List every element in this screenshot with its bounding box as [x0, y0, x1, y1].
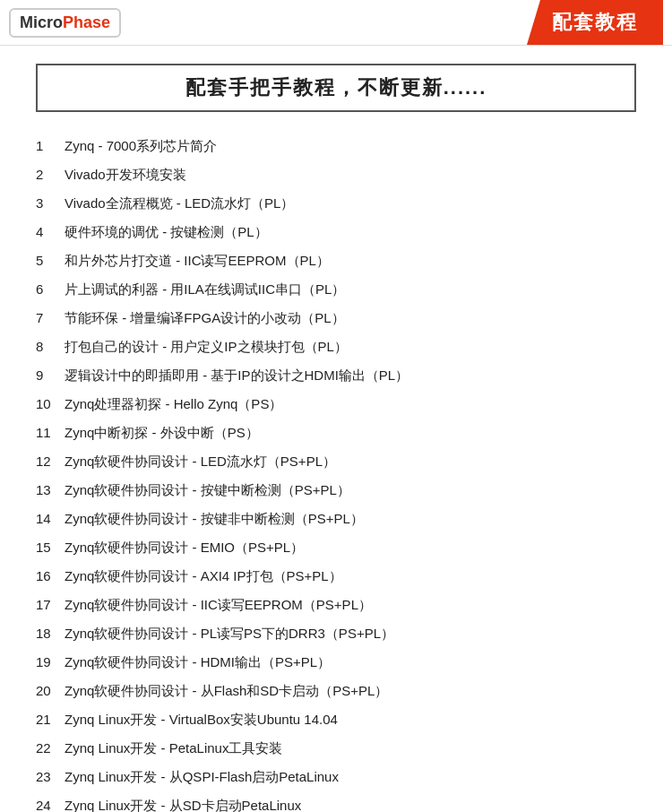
course-title: Zynq Linux开发 - VirtualBox安装Ubuntu 14.04: [65, 709, 636, 730]
list-item: 23Zynq Linux开发 - 从QSPI-Flash启动PetaLinux: [36, 763, 636, 791]
course-number: 18: [36, 623, 65, 644]
list-item: 4硬件环境的调优 - 按键检测（PL）: [36, 218, 636, 246]
list-item: 10Zynq处理器初探 - Hello Zynq（PS）: [36, 390, 636, 419]
course-number: 4: [36, 221, 65, 243]
list-item: 15Zynq软硬件协同设计 - EMIO（PS+PL）: [36, 533, 636, 562]
logo-micro: Micro: [20, 13, 63, 32]
course-number: 13: [36, 479, 65, 501]
course-number: 24: [36, 795, 65, 812]
list-item: 22Zynq Linux开发 - PetaLinux工具安装: [36, 734, 636, 763]
header: MicroPhase 配套教程: [0, 0, 672, 46]
list-item: 2Vivado开发环境安装: [36, 160, 636, 189]
list-item: 19Zynq软硬件协同设计 - HDMI输出（PS+PL）: [36, 648, 636, 677]
course-title: Zynq - 7000系列芯片简介: [65, 135, 636, 157]
course-title: 节能环保 - 增量编译FPGA设计的小改动（PL）: [65, 307, 636, 329]
list-item: 8打包自己的设计 - 用户定义IP之模块打包（PL）: [36, 333, 636, 361]
course-title: Zynq中断初探 - 外设中断（PS）: [65, 422, 636, 444]
course-number: 1: [36, 135, 65, 157]
course-number: 9: [36, 365, 65, 386]
course-number: 17: [36, 594, 65, 616]
course-title: Zynq软硬件协同设计 - IIC读写EEPROM（PS+PL）: [65, 594, 636, 616]
course-number: 19: [36, 652, 65, 673]
logo-box: MicroPhase: [9, 8, 121, 38]
course-title: Zynq Linux开发 - 从SD卡启动PetaLinux: [65, 795, 636, 812]
course-number: 16: [36, 566, 65, 587]
list-item: 12Zynq软硬件协同设计 - LED流水灯（PS+PL）: [36, 447, 636, 476]
main-content: 配套手把手教程，不断更新...... 1Zynq - 7000系列芯片简介2Vi…: [0, 46, 672, 812]
list-item: 20Zynq软硬件协同设计 - 从Flash和SD卡启动（PS+PL）: [36, 677, 636, 705]
course-title: 逻辑设计中的即插即用 - 基于IP的设计之HDMI输出（PL）: [65, 365, 636, 386]
course-title: Zynq处理器初探 - Hello Zynq（PS）: [65, 393, 636, 415]
course-title: Zynq Linux开发 - 从QSPI-Flash启动PetaLinux: [65, 766, 636, 788]
course-title: Zynq软硬件协同设计 - LED流水灯（PS+PL）: [65, 451, 636, 472]
course-number: 5: [36, 250, 65, 272]
course-number: 6: [36, 279, 65, 300]
course-title: Zynq Linux开发 - PetaLinux工具安装: [65, 738, 636, 759]
course-title: Vivado开发环境安装: [65, 164, 636, 186]
list-item: 6片上调试的利器 - 用ILA在线调试IIC串口（PL）: [36, 275, 636, 304]
course-title: 和片外芯片打交道 - IIC读写EEPROM（PL）: [65, 250, 636, 272]
course-number: 7: [36, 307, 65, 329]
list-item: 11Zynq中断初探 - 外设中断（PS）: [36, 419, 636, 447]
list-item: 17Zynq软硬件协同设计 - IIC读写EEPROM（PS+PL）: [36, 591, 636, 619]
course-number: 12: [36, 451, 65, 472]
header-title: 配套教程: [552, 9, 638, 36]
list-item: 18Zynq软硬件协同设计 - PL读写PS下的DRR3（PS+PL）: [36, 619, 636, 648]
course-title: Zynq软硬件协同设计 - 从Flash和SD卡启动（PS+PL）: [65, 680, 636, 702]
course-number: 14: [36, 508, 65, 530]
course-number: 8: [36, 336, 65, 358]
course-title: 打包自己的设计 - 用户定义IP之模块打包（PL）: [65, 336, 636, 358]
course-title: Zynq软硬件协同设计 - EMIO（PS+PL）: [65, 537, 636, 558]
course-title: Zynq软硬件协同设计 - AXI4 IP打包（PS+PL）: [65, 566, 636, 587]
header-title-area: 配套教程: [527, 0, 663, 45]
course-number: 3: [36, 193, 65, 214]
course-number: 2: [36, 164, 65, 186]
course-number: 11: [36, 422, 65, 444]
course-title: Zynq软硬件协同设计 - HDMI输出（PS+PL）: [65, 652, 636, 673]
list-item: 3Vivado全流程概览 - LED流水灯（PL）: [36, 189, 636, 218]
subtitle-banner: 配套手把手教程，不断更新......: [36, 64, 636, 112]
list-item: 7节能环保 - 增量编译FPGA设计的小改动（PL）: [36, 304, 636, 333]
course-number: 10: [36, 393, 65, 415]
list-item: 5和片外芯片打交道 - IIC读写EEPROM（PL）: [36, 246, 636, 275]
list-item: 16Zynq软硬件协同设计 - AXI4 IP打包（PS+PL）: [36, 562, 636, 591]
logo-area: MicroPhase: [9, 0, 121, 45]
course-title: Vivado全流程概览 - LED流水灯（PL）: [65, 193, 636, 214]
list-item: 9逻辑设计中的即插即用 - 基于IP的设计之HDMI输出（PL）: [36, 361, 636, 390]
course-number: 21: [36, 709, 65, 730]
course-number: 23: [36, 766, 65, 788]
list-item: 24Zynq Linux开发 - 从SD卡启动PetaLinux: [36, 791, 636, 812]
course-list: 1Zynq - 7000系列芯片简介2Vivado开发环境安装3Vivado全流…: [36, 132, 636, 812]
list-item: 14Zynq软硬件协同设计 - 按键非中断检测（PS+PL）: [36, 505, 636, 533]
logo-phase: Phase: [63, 13, 110, 32]
course-number: 20: [36, 680, 65, 702]
course-number: 22: [36, 738, 65, 759]
list-item: 21Zynq Linux开发 - VirtualBox安装Ubuntu 14.0…: [36, 705, 636, 734]
course-title: 片上调试的利器 - 用ILA在线调试IIC串口（PL）: [65, 279, 636, 300]
course-title: Zynq软硬件协同设计 - 按键非中断检测（PS+PL）: [65, 508, 636, 530]
course-title: Zynq软硬件协同设计 - PL读写PS下的DRR3（PS+PL）: [65, 623, 636, 644]
list-item: 1Zynq - 7000系列芯片简介: [36, 132, 636, 160]
subtitle-text: 配套手把手教程，不断更新......: [185, 76, 487, 99]
course-title: 硬件环境的调优 - 按键检测（PL）: [65, 221, 636, 243]
list-item: 13Zynq软硬件协同设计 - 按键中断检测（PS+PL）: [36, 476, 636, 505]
course-number: 15: [36, 537, 65, 558]
course-title: Zynq软硬件协同设计 - 按键中断检测（PS+PL）: [65, 479, 636, 501]
